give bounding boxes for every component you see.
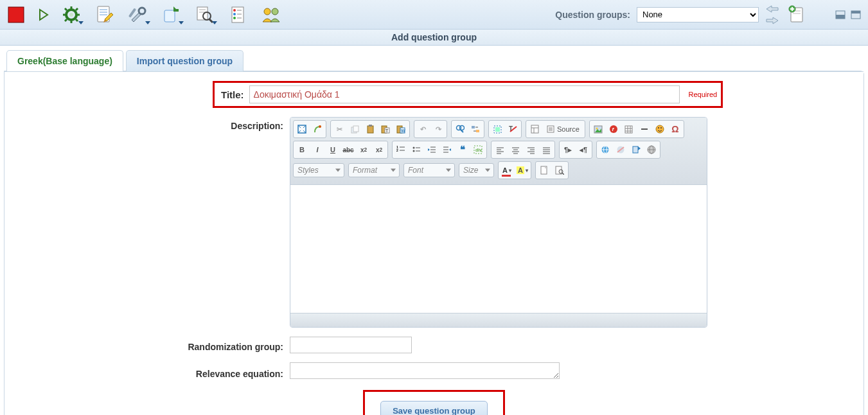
format-select[interactable]: Format xyxy=(348,163,400,177)
svg-marker-95 xyxy=(428,148,430,151)
flash-icon[interactable]: f xyxy=(607,122,621,136)
chevron-down-icon xyxy=(78,21,84,24)
cut-icon: ✂ xyxy=(332,122,346,136)
svg-rect-46 xyxy=(353,126,359,132)
tools-icon[interactable] xyxy=(127,4,149,26)
blockquote-icon[interactable]: ❝ xyxy=(456,143,470,157)
magnifier-icon[interactable] xyxy=(194,4,216,26)
select-all-icon[interactable] xyxy=(490,122,504,136)
randomization-input[interactable] xyxy=(290,337,412,353)
undo-icon: ↶ xyxy=(416,122,430,136)
superscript-icon[interactable]: x2 xyxy=(372,143,386,157)
chevron-down-icon xyxy=(212,21,217,24)
styles-select[interactable]: Styles xyxy=(293,163,344,177)
editor-content-area[interactable] xyxy=(290,184,707,313)
export-icon[interactable] xyxy=(161,4,182,26)
svg-text:T: T xyxy=(385,128,389,133)
svg-rect-59 xyxy=(476,130,479,132)
maximize-icon[interactable] xyxy=(849,9,863,21)
image-icon[interactable] xyxy=(591,122,605,136)
svg-point-82 xyxy=(658,127,659,128)
numbered-list-icon[interactable]: 12 xyxy=(394,143,408,157)
toolbar-right: Question groups: None xyxy=(555,3,863,26)
title-box: Title: Required xyxy=(213,81,723,108)
title-input[interactable] xyxy=(249,85,680,103)
edit-sheet-icon[interactable] xyxy=(94,4,116,26)
special-char-icon[interactable]: Ω xyxy=(668,122,682,136)
status-icon[interactable] xyxy=(5,4,27,26)
hr-icon[interactable] xyxy=(637,122,651,136)
subscript-icon[interactable]: x2 xyxy=(357,143,371,157)
italic-icon[interactable]: I xyxy=(310,143,324,157)
svg-point-16 xyxy=(139,8,145,14)
font-select[interactable]: Font xyxy=(403,163,455,177)
relevance-input[interactable] xyxy=(290,362,560,379)
svg-rect-19 xyxy=(197,7,208,20)
relevance-label: Relevance equation: xyxy=(13,365,290,379)
users-icon[interactable] xyxy=(261,4,283,26)
bg-color-icon[interactable]: A▾ xyxy=(515,163,529,177)
link-icon[interactable] xyxy=(598,143,612,157)
text-color-icon[interactable]: A▾ xyxy=(500,163,514,177)
paste-text-icon[interactable]: T xyxy=(378,122,393,136)
svg-point-31 xyxy=(264,8,270,15)
indent-icon[interactable] xyxy=(440,143,454,157)
create-div-icon[interactable]: div xyxy=(471,143,485,157)
question-groups-select[interactable]: None xyxy=(637,7,759,22)
chevron-down-icon xyxy=(179,21,184,24)
bullet-list-icon[interactable] xyxy=(409,143,423,157)
chevron-down-icon xyxy=(145,21,150,24)
paste-word-icon[interactable]: W xyxy=(394,122,408,136)
source-button[interactable]: Source xyxy=(543,122,583,136)
align-right-icon[interactable] xyxy=(524,143,538,157)
svg-point-81 xyxy=(656,125,664,133)
remove-format-icon[interactable]: T xyxy=(506,122,520,136)
new-page-icon[interactable] xyxy=(537,163,551,177)
table-icon[interactable] xyxy=(622,122,636,136)
paste-icon[interactable] xyxy=(363,122,377,136)
iframe-icon[interactable] xyxy=(644,143,659,157)
rtl-icon[interactable]: ◂¶ xyxy=(576,143,590,157)
anchor-icon[interactable] xyxy=(629,143,643,157)
align-center-icon[interactable] xyxy=(508,143,522,157)
underline-icon[interactable]: U xyxy=(326,143,340,157)
maximize-editor-icon[interactable] xyxy=(295,122,309,136)
align-justify-icon[interactable] xyxy=(539,143,553,157)
reorder-icon[interactable] xyxy=(227,4,249,26)
strike-icon[interactable]: abc xyxy=(341,143,355,157)
svg-text:W: W xyxy=(401,128,405,133)
svg-marker-99 xyxy=(449,148,451,151)
svg-rect-75 xyxy=(625,126,632,133)
align-left-icon[interactable] xyxy=(493,143,507,157)
description-label: Description: xyxy=(13,117,290,131)
outdent-icon[interactable] xyxy=(425,143,439,157)
gear-icon[interactable] xyxy=(60,4,82,26)
tab-base-language[interactable]: Greek(Base language) xyxy=(6,50,123,71)
toolbar-left xyxy=(5,4,283,26)
copy-icon xyxy=(348,122,362,136)
arrow-left-icon[interactable] xyxy=(765,3,779,15)
add-page-icon[interactable] xyxy=(786,4,808,26)
svg-line-9 xyxy=(76,19,78,21)
find-icon[interactable] xyxy=(453,122,467,136)
source-label: Source xyxy=(557,125,580,133)
save-button[interactable]: Save question group xyxy=(380,401,488,415)
show-blocks-icon[interactable] xyxy=(310,122,324,136)
templates-icon[interactable] xyxy=(527,122,542,136)
bold-icon[interactable]: B xyxy=(295,143,309,157)
svg-rect-47 xyxy=(368,126,373,133)
size-select[interactable]: Size xyxy=(459,163,494,177)
ltr-icon[interactable]: ¶▸ xyxy=(561,143,575,157)
svg-marker-124 xyxy=(638,146,641,150)
svg-point-89 xyxy=(413,150,415,152)
arrow-right-icon[interactable] xyxy=(765,15,779,26)
tab-import-question-group[interactable]: Import question group xyxy=(126,50,244,71)
smiley-icon[interactable] xyxy=(653,122,667,136)
save-highlight-box: Save question group xyxy=(363,390,505,415)
svg-point-25 xyxy=(233,9,236,12)
replace-icon[interactable] xyxy=(468,122,483,136)
play-icon[interactable] xyxy=(39,9,49,21)
preview-icon[interactable] xyxy=(553,163,567,177)
svg-rect-61 xyxy=(495,127,500,132)
minimize-icon[interactable] xyxy=(833,9,847,21)
